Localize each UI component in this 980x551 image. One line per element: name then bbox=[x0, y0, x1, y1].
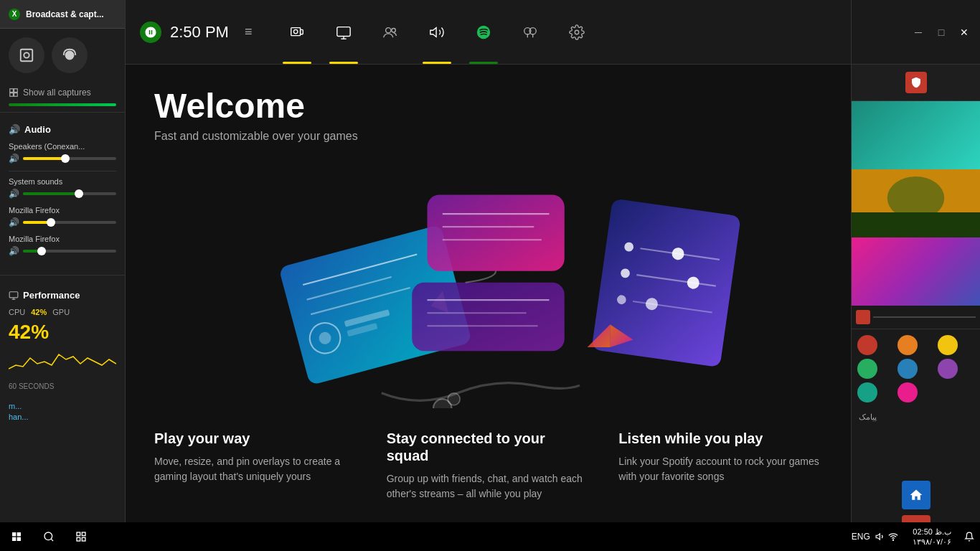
progress-bar bbox=[9, 103, 116, 106]
svg-point-17 bbox=[392, 28, 396, 32]
feature-play-your-way: Play your way Move, resize, and pin over… bbox=[154, 430, 358, 501]
color-circle-green[interactable] bbox=[857, 359, 877, 379]
xbox-logo-area: 2:50 PM ≡ bbox=[126, 22, 273, 43]
svg-rect-34 bbox=[428, 195, 565, 271]
feature-1-title: Play your way bbox=[154, 430, 358, 447]
color-circle-orange[interactable] bbox=[897, 335, 918, 355]
cpu-gpu-row: CPU 42% GPU bbox=[9, 308, 116, 316]
feature-1-desc: Move, resize, and pin overlays to create… bbox=[154, 454, 358, 484]
security-badge bbox=[905, 72, 927, 93]
audio-icon: 🔊 bbox=[9, 124, 20, 135]
welcome-body: Welcome Fast and customizable over your … bbox=[126, 65, 851, 551]
lang-indicator: ENG bbox=[849, 532, 872, 542]
start-button[interactable] bbox=[0, 522, 32, 551]
svg-rect-56 bbox=[852, 212, 980, 237]
search-taskbar-button[interactable] bbox=[32, 522, 65, 551]
color-circle-teal[interactable] bbox=[857, 382, 877, 402]
feature-3-title: Listen while you play bbox=[618, 430, 822, 447]
xbox-logo bbox=[140, 22, 161, 43]
svg-rect-7 bbox=[9, 291, 18, 297]
stream-tab-button[interactable] bbox=[320, 0, 367, 64]
taskbar-date: ۱۳۹۸/۰۷/۰۶ bbox=[913, 537, 951, 547]
color-circle-yellow[interactable] bbox=[938, 335, 958, 355]
minimize-button[interactable]: ─ bbox=[910, 24, 927, 41]
social-tab-button[interactable] bbox=[367, 0, 413, 64]
link-1[interactable]: m... bbox=[9, 402, 116, 410]
right-bottom-text: پیامک bbox=[852, 408, 980, 428]
svg-point-53 bbox=[448, 393, 460, 405]
svg-rect-0 bbox=[21, 50, 33, 62]
speakers-name: Speakers (Conexan... bbox=[9, 142, 116, 151]
svg-marker-67 bbox=[876, 534, 880, 540]
taskbar-clock: 02:50 ب.ظ ۱۳۹۸/۰۷/۰۶ bbox=[905, 527, 958, 547]
color-circle-red[interactable] bbox=[857, 335, 877, 355]
looking-glass-tab-button[interactable] bbox=[507, 0, 553, 64]
security-icon-area bbox=[852, 65, 980, 101]
feature-listen-play: Listen while you play Link your Spotify … bbox=[618, 430, 822, 501]
bottom-links: m... han... bbox=[0, 402, 125, 421]
top-bar: 2:50 PM ≡ bbox=[126, 0, 851, 65]
volume-taskbar-icon[interactable] bbox=[875, 532, 885, 542]
svg-rect-57 bbox=[12, 532, 16, 536]
capture-tab-button[interactable] bbox=[273, 0, 320, 64]
record-button[interactable] bbox=[52, 37, 88, 73]
system-slider[interactable] bbox=[23, 192, 116, 195]
screenshot-button[interactable] bbox=[9, 37, 44, 73]
svg-rect-6 bbox=[14, 93, 18, 97]
color-circle-pink[interactable] bbox=[897, 382, 918, 402]
svg-rect-66 bbox=[82, 537, 85, 541]
divider-1 bbox=[0, 112, 125, 113]
close-button[interactable]: ✕ bbox=[956, 24, 973, 41]
notification-button[interactable] bbox=[958, 522, 980, 551]
svg-rect-10 bbox=[291, 27, 301, 35]
firefox-1-slider[interactable] bbox=[23, 221, 116, 224]
svg-point-16 bbox=[386, 27, 391, 32]
system-volume-row: 🔊 bbox=[9, 189, 116, 199]
firefox-1-item: Mozilla Firefox 🔊 bbox=[9, 206, 116, 227]
network-taskbar-icon[interactable] bbox=[888, 532, 898, 542]
color-swatch-teal[interactable] bbox=[852, 101, 980, 169]
svg-rect-64 bbox=[82, 532, 85, 536]
svg-rect-65 bbox=[77, 537, 80, 541]
maximize-button[interactable]: □ bbox=[933, 24, 950, 41]
task-view-button[interactable] bbox=[65, 522, 97, 551]
illustration-area bbox=[154, 164, 822, 408]
performance-header: Performance bbox=[9, 290, 116, 301]
firefox-1-name: Mozilla Firefox bbox=[9, 206, 116, 215]
system-sounds-item: System sounds 🔊 bbox=[9, 177, 116, 199]
audio-tab-button[interactable] bbox=[413, 0, 460, 64]
svg-point-24 bbox=[575, 30, 579, 34]
taskbar: ENG 02:50 ب.ظ ۱۳۹۸/۰۷/۰۶ bbox=[0, 522, 980, 551]
right-panel: ─ □ ✕ bbox=[851, 0, 980, 551]
farsi-text: پیامک bbox=[859, 413, 973, 422]
window-controls: ─ □ ✕ bbox=[852, 0, 980, 65]
firefox-2-volume-icon: 🔊 bbox=[9, 246, 19, 256]
panel-header: X Broadcast & capt... bbox=[0, 0, 125, 29]
menu-icon[interactable]: ≡ bbox=[237, 24, 260, 39]
firefox-2-item: Mozilla Firefox 🔊 bbox=[9, 235, 116, 256]
gpu-label: GPU bbox=[52, 308, 70, 316]
cpu-label: CPU bbox=[9, 308, 25, 316]
welcome-subtitle: Fast and customizable over your games bbox=[154, 130, 358, 143]
features-row: Play your way Move, resize, and pin over… bbox=[154, 430, 822, 501]
firefox-1-volume-icon: 🔊 bbox=[9, 217, 19, 227]
small-icon-row bbox=[852, 306, 980, 329]
color-circle-blue[interactable] bbox=[897, 359, 918, 379]
performance-section: Performance CPU 42% GPU 42% 60 SECONDS bbox=[0, 284, 125, 396]
svg-rect-3 bbox=[10, 89, 14, 93]
audio-section: 🔊 Audio Speakers (Conexan... 🔊 System so… bbox=[0, 118, 125, 269]
feature-2-title: Stay connected to your squad bbox=[387, 430, 590, 464]
color-circle-purple[interactable] bbox=[938, 359, 958, 379]
firefox-2-slider[interactable] bbox=[23, 250, 116, 253]
home-icon[interactable] bbox=[902, 481, 930, 509]
spotify-tab-button[interactable] bbox=[460, 0, 507, 64]
show-all-captures-link[interactable]: Show all captures bbox=[0, 82, 125, 103]
speakers-slider[interactable] bbox=[23, 157, 116, 160]
color-swatch-landscape[interactable] bbox=[852, 169, 980, 237]
color-swatch-mixed[interactable] bbox=[852, 237, 980, 306]
link-2[interactable]: han... bbox=[9, 413, 116, 421]
small-icon-1[interactable] bbox=[856, 310, 870, 324]
settings-tab-button[interactable] bbox=[553, 0, 600, 64]
panel-title: Broadcast & capt... bbox=[26, 9, 104, 19]
speakers-item: Speakers (Conexan... 🔊 bbox=[9, 142, 116, 164]
